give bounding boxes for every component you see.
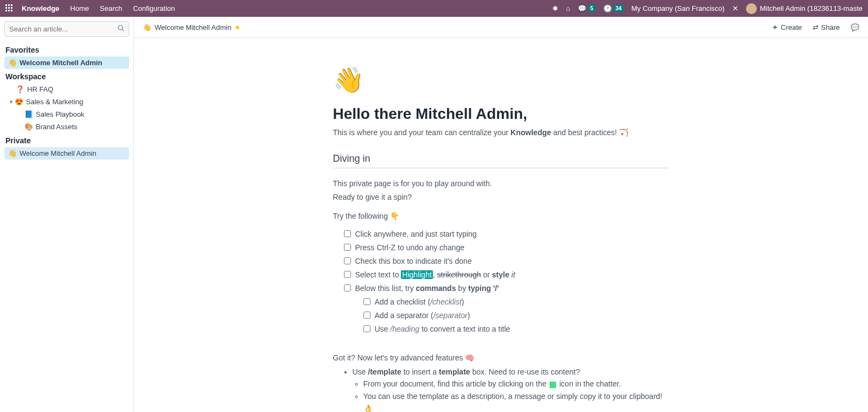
- private-item-welcome[interactable]: 👋 Welcome Mitchell Admin: [4, 147, 129, 160]
- tree-item-label: Welcome Mitchell Admin: [20, 59, 102, 67]
- section-private-title: Private: [5, 136, 128, 145]
- user-label: Mitchell Admin (18236113-maste: [760, 4, 863, 12]
- palette-icon: 🎨: [24, 123, 34, 131]
- section-diving-in: Diving in: [333, 153, 669, 168]
- intro-text: This is where you and your team can cent…: [333, 128, 669, 137]
- check-item: Add a checklist (/checklist): [363, 295, 669, 309]
- checkbox[interactable]: [344, 244, 351, 251]
- main: 👋 Welcome Mitchell Admin ★ ＋Create ⇄Shar…: [134, 17, 868, 412]
- tree-item-label: Sales Playbook: [36, 110, 85, 118]
- tree-item-label: Brand Assets: [36, 123, 78, 131]
- checkbox[interactable]: [363, 325, 371, 332]
- chat-icon[interactable]: 💬: [851, 23, 859, 31]
- nav-home[interactable]: Home: [70, 4, 89, 12]
- try-following: Try the following 👇: [333, 211, 669, 222]
- advanced-heading: Got it? Now let's try advanced features …: [333, 352, 669, 364]
- check-item: Select text to Highlight, strikethrough …: [344, 268, 669, 282]
- breadcrumb-bar: 👋 Welcome Mitchell Admin ★ ＋Create ⇄Shar…: [134, 17, 868, 38]
- wave-icon: 👋: [8, 149, 17, 157]
- activities-icon[interactable]: 🕐34: [603, 4, 624, 12]
- checkbox[interactable]: [344, 230, 351, 237]
- para-1: This private page is for you to play aro…: [333, 178, 669, 189]
- breadcrumb-title[interactable]: Welcome Mitchell Admin: [155, 23, 231, 31]
- checkbox[interactable]: [344, 271, 351, 278]
- workspace-item-sales-playbook[interactable]: 📘 Sales Playbook: [4, 108, 129, 121]
- section-favorites-title: Favorites: [5, 46, 128, 54]
- tree-item-label: Sales & Marketing: [26, 98, 84, 106]
- search-input[interactable]: [4, 21, 129, 37]
- share-button[interactable]: ⇄Share: [813, 23, 840, 31]
- check-item: Below this list, try commands by typing …: [344, 282, 669, 295]
- topbar: Knowledge Home Search Configuration ✹ ⌂ …: [0, 0, 868, 17]
- bug-icon[interactable]: ✹: [552, 4, 558, 12]
- book-icon: 📘: [24, 110, 34, 118]
- caret-icon[interactable]: ▾: [8, 99, 14, 105]
- apps-icon[interactable]: [5, 4, 14, 13]
- create-button[interactable]: ＋Create: [771, 22, 802, 32]
- check-item: Check this box to indicate it's done: [344, 255, 669, 268]
- bullet-list: Use /template to insert a template box. …: [333, 366, 669, 412]
- check-item: Use /heading to convert a text into a ti…: [363, 322, 669, 336]
- favorites-item-welcome[interactable]: 👋 Welcome Mitchell Admin: [4, 56, 129, 69]
- user-menu[interactable]: Mitchell Admin (18236113-maste: [746, 3, 863, 14]
- workspace-item-hrfaq[interactable]: ❓ HR FAQ: [4, 83, 129, 96]
- avatar: [746, 3, 757, 14]
- workspace-item-sales-marketing[interactable]: ▾ 😍 Sales & Marketing: [4, 96, 129, 108]
- nav-search[interactable]: Search: [100, 4, 122, 12]
- activities-badge: 34: [614, 5, 624, 12]
- checklist: Click anywhere, and just start typing Pr…: [333, 227, 669, 295]
- tray-icon[interactable]: ⌂: [566, 4, 570, 12]
- tree-item-label: HR FAQ: [27, 85, 53, 93]
- tools-icon[interactable]: ✕: [732, 4, 738, 12]
- question-icon: ❓: [15, 85, 25, 93]
- search-icon[interactable]: [117, 24, 125, 34]
- share-icon: ⇄: [813, 23, 819, 31]
- list-item: Use /template to insert a template box. …: [353, 366, 669, 412]
- checkbox[interactable]: [363, 298, 371, 305]
- messages-badge: 5: [588, 5, 596, 12]
- tree-item-label: Welcome Mitchell Admin: [20, 149, 96, 157]
- nav-configuration[interactable]: Configuration: [133, 4, 175, 12]
- hero-wave-icon: 👋: [333, 65, 669, 94]
- heart-eyes-icon: 😍: [14, 98, 24, 106]
- brand[interactable]: Knowledge: [22, 4, 59, 12]
- check-item: Click anywhere, and just start typing: [344, 227, 669, 241]
- checkbox[interactable]: [344, 257, 351, 264]
- sidebar: Favorites 👋 Welcome Mitchell Admin Works…: [0, 17, 134, 412]
- checklist-nested: Add a checklist (/checklist) Add a separ…: [333, 295, 669, 336]
- list-item: You can use the template as a descriptio…: [363, 390, 669, 412]
- para-2: Ready to give it a spin?: [333, 192, 669, 203]
- wave-icon: 👋: [8, 59, 17, 67]
- checkbox[interactable]: [344, 284, 351, 291]
- company-switcher[interactable]: My Company (San Francisco): [631, 4, 725, 12]
- messages-icon[interactable]: 💬5: [578, 4, 596, 12]
- checkbox[interactable]: [363, 312, 371, 319]
- page-title: Hello there Mitchell Admin,: [333, 105, 669, 123]
- list-item: From your document, find this article by…: [363, 378, 669, 390]
- section-workspace-title: Workspace: [5, 72, 128, 81]
- workspace-item-brand-assets[interactable]: 🎨 Brand Assets: [4, 121, 129, 133]
- document[interactable]: 👋 Hello there Mitchell Admin, This is wh…: [322, 38, 680, 412]
- check-item: Press Ctrl-Z to undo any change: [344, 241, 669, 255]
- favorite-star-icon[interactable]: ★: [234, 23, 241, 31]
- check-item: Add a separator (/separator): [363, 309, 669, 322]
- wave-icon: 👋: [143, 23, 151, 31]
- search-box: [4, 21, 129, 37]
- green-square-icon: [550, 382, 556, 388]
